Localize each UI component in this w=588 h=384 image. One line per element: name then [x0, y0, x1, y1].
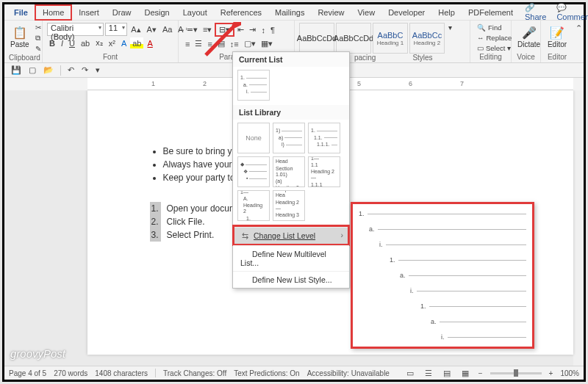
- predictions-status[interactable]: Text Predictions: On: [234, 369, 299, 377]
- list-option[interactable]: I. Heading 1—A. Heading 21. Heading: [237, 190, 270, 221]
- style-normal[interactable]: AaBbCcDd: [299, 23, 334, 54]
- word-count[interactable]: 270 words: [54, 369, 87, 377]
- menu-references[interactable]: References: [214, 6, 268, 19]
- level-option[interactable]: a.: [359, 316, 526, 327]
- font-size-select[interactable]: 11: [105, 23, 127, 36]
- char-count[interactable]: 1408 characters: [95, 369, 148, 377]
- align-left-icon[interactable]: ≡: [183, 38, 192, 49]
- accessibility-status[interactable]: Accessibility: Unavailable: [307, 369, 390, 377]
- zoom-slider[interactable]: [490, 372, 542, 374]
- track-changes-status[interactable]: Track Changes: Off: [163, 369, 226, 377]
- list-option[interactable]: ◆❖▪: [237, 156, 270, 187]
- level-option[interactable]: i.: [359, 239, 526, 250]
- menu-draw[interactable]: Draw: [106, 6, 138, 19]
- open-icon[interactable]: 📂: [41, 65, 56, 76]
- borders-icon[interactable]: ▦▾: [259, 38, 275, 49]
- zoom-out-icon[interactable]: −: [478, 369, 483, 377]
- shading-icon[interactable]: ▢▾: [242, 38, 258, 49]
- print-layout-icon[interactable]: ▤: [442, 368, 453, 378]
- shrink-font-icon[interactable]: A▾: [145, 23, 159, 36]
- define-list-style-item[interactable]: Define New List Style...: [233, 271, 349, 288]
- list-option[interactable]: 1 Heading 1—1.1 Heading 2—1.1.1 Heading: [308, 156, 340, 187]
- level-option[interactable]: 1.: [359, 208, 526, 220]
- save-icon[interactable]: 💾: [9, 65, 24, 76]
- style-heading2[interactable]: AaBbCcHeading 2: [409, 23, 445, 54]
- change-list-level-item[interactable]: ⇆Change List Level: [234, 227, 348, 244]
- increase-indent-icon[interactable]: ⇥: [247, 23, 258, 37]
- menu-view[interactable]: View: [351, 6, 381, 19]
- sort-icon[interactable]: ↕: [259, 23, 268, 37]
- list-option[interactable]: Article I. HeadSection 1.01)(a) Heading …: [273, 156, 305, 187]
- collapse-ribbon-icon[interactable]: ⌃: [573, 23, 584, 34]
- status-bar: Page 4 of 5 270 words 1408 characters Tr…: [4, 366, 584, 380]
- menu-design[interactable]: Design: [137, 6, 176, 19]
- list-library-label: List Library: [233, 105, 349, 120]
- editor-button[interactable]: 📝Editor: [545, 23, 569, 50]
- bullet-list: Be sure to bring your d Always have your…: [150, 145, 574, 184]
- page-indicator[interactable]: Page 4 of 5: [9, 369, 46, 377]
- paste-button[interactable]: 📋Paste: [9, 23, 31, 50]
- menu-home[interactable]: Home: [35, 4, 72, 21]
- undo-icon[interactable]: ↶: [65, 65, 76, 76]
- list-option[interactable]: 1)a)i): [273, 123, 305, 153]
- zoom-level[interactable]: 100%: [560, 369, 579, 377]
- select-button[interactable]: ▭ Select▾: [475, 43, 514, 53]
- annotation-arrow: [197, 22, 241, 62]
- styles-expand-icon[interactable]: ▾: [446, 23, 454, 32]
- menu-layout[interactable]: Layout: [176, 6, 214, 19]
- web-layout-icon[interactable]: ▦: [460, 368, 471, 378]
- level-option[interactable]: i.: [359, 331, 526, 343]
- cut-icon[interactable]: ✂: [33, 23, 43, 32]
- watermark: groovyPost: [10, 347, 65, 360]
- level-option[interactable]: i.: [359, 285, 526, 297]
- list-option-none[interactable]: None: [237, 123, 270, 153]
- list-option[interactable]: Chapter 1 HeaHeading 2—Heading 3—: [273, 190, 305, 221]
- spacing-label: pacing: [354, 54, 376, 62]
- list-level-submenu: 1. a. i. 1. a. i. 1. a. i.: [351, 202, 534, 349]
- current-list-option[interactable]: 1.a.i.: [237, 70, 270, 101]
- menu-file[interactable]: File: [7, 6, 35, 19]
- strike-icon[interactable]: ab: [79, 37, 92, 48]
- level-option[interactable]: 1.: [359, 254, 526, 266]
- level-option[interactable]: 1.: [359, 300, 526, 312]
- style-heading1[interactable]: AaBbCHeading 1: [373, 23, 408, 54]
- list-option[interactable]: 1.1.1.1.1.1.: [308, 123, 340, 153]
- vertical-scrollbar[interactable]: [573, 90, 584, 366]
- grow-font-icon[interactable]: A▴: [129, 23, 143, 36]
- menu-developer[interactable]: Developer: [381, 6, 431, 19]
- redo-icon[interactable]: ↷: [79, 65, 90, 76]
- menu-help[interactable]: Help: [431, 6, 462, 19]
- superscript-icon[interactable]: x²: [107, 37, 118, 48]
- dictate-button[interactable]: 🎤Dictate: [516, 23, 542, 50]
- zoom-in-icon[interactable]: +: [549, 369, 553, 377]
- list-item[interactable]: Be sure to bring your d: [163, 145, 574, 158]
- subscript-icon[interactable]: x₂: [93, 37, 105, 48]
- font-family-select[interactable]: Calibri (Body): [47, 23, 104, 36]
- voice-group-label: Voice: [516, 53, 536, 61]
- list-item[interactable]: Always have your ticke: [163, 158, 574, 171]
- highlight-icon[interactable]: ab: [130, 37, 143, 48]
- menu-pdfelement[interactable]: PDFelement: [462, 6, 520, 19]
- menu-insert[interactable]: Insert: [72, 6, 106, 19]
- list-item[interactable]: Keep your party togeth: [163, 171, 574, 184]
- style-nospacing[interactable]: AaBbCcDd: [336, 23, 371, 54]
- level-option[interactable]: a.: [359, 223, 526, 235]
- level-option[interactable]: a.: [359, 269, 526, 281]
- menu-review[interactable]: Review: [311, 6, 351, 19]
- text-effect-icon[interactable]: A: [119, 37, 129, 48]
- replace-button[interactable]: ↔ Replace: [475, 33, 514, 43]
- menu-bar: File Home Insert Draw Design Layout Refe…: [4, 4, 584, 21]
- read-mode-icon[interactable]: ☰: [423, 368, 434, 378]
- change-case-icon[interactable]: Aa: [160, 23, 174, 36]
- focus-mode-icon[interactable]: ▭: [405, 368, 416, 378]
- find-button[interactable]: 🔍 Find: [475, 23, 514, 32]
- qat-dropdown-icon[interactable]: ▾: [93, 65, 102, 76]
- new-icon[interactable]: ▢: [26, 65, 38, 76]
- font-color-icon[interactable]: A: [145, 37, 154, 48]
- menu-mailings[interactable]: Mailings: [268, 6, 311, 19]
- define-multilevel-item[interactable]: Define New Multilevel List...: [233, 245, 349, 271]
- multilevel-list-dropdown: Current List 1.a.i. List Library None 1)…: [232, 51, 350, 289]
- format-painter-icon[interactable]: ✎: [33, 44, 43, 54]
- copy-icon[interactable]: ⧉: [33, 33, 43, 43]
- show-marks-icon[interactable]: ¶: [268, 23, 277, 37]
